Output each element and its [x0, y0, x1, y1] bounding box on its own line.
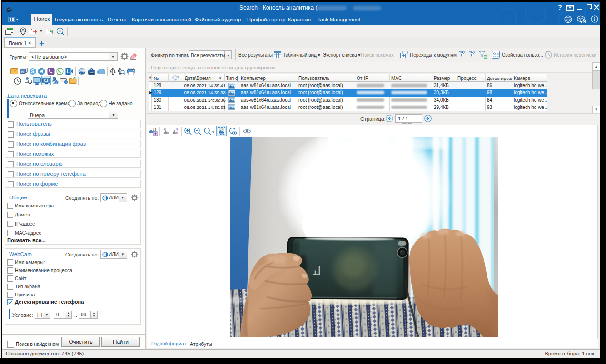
svg-text:API: API	[566, 19, 570, 21]
svg-text:HTTP: HTTP	[79, 70, 86, 73]
svg-text:L: L	[67, 69, 70, 74]
svg-text:IM: IM	[21, 70, 25, 73]
svg-text:S: S	[31, 69, 34, 74]
svg-text:FTP: FTP	[90, 71, 94, 74]
svg-text:ID: ID	[59, 30, 62, 33]
